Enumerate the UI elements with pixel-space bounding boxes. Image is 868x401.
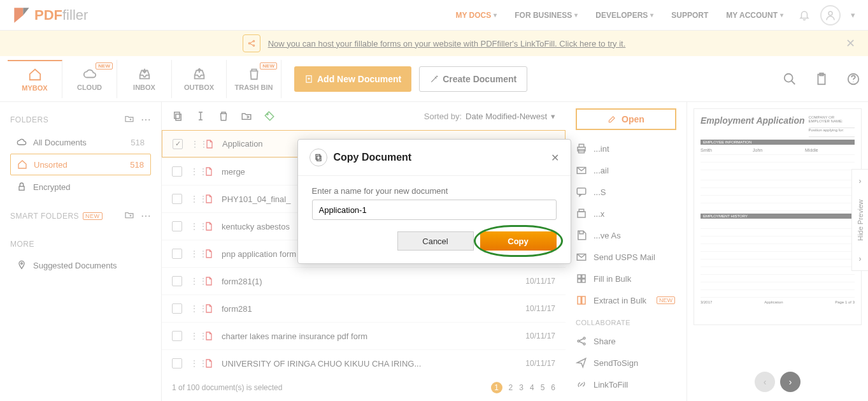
drag-handle-icon[interactable]: ⋮⋮ xyxy=(190,358,196,368)
action-usps[interactable]: Send USPS Mail xyxy=(576,246,676,268)
action-fill-bulk[interactable]: Fill in Bulk xyxy=(576,268,676,289)
action-sendtosign[interactable]: SendToSign xyxy=(576,352,676,374)
delete-icon[interactable] xyxy=(218,110,229,122)
page-number[interactable]: 6 xyxy=(551,383,555,392)
svg-point-29 xyxy=(583,337,585,339)
page-number[interactable]: 5 xyxy=(541,383,545,392)
sort-dropdown[interactable]: Sorted by: Date Modified-Newest ▾ xyxy=(424,112,555,121)
close-icon[interactable]: ✕ xyxy=(846,36,855,50)
inbox-icon xyxy=(138,67,152,81)
tab-outbox[interactable]: OUTBOX xyxy=(172,60,227,98)
document-name-input[interactable] xyxy=(312,200,557,220)
bell-icon[interactable] xyxy=(799,10,810,21)
share-icon[interactable] xyxy=(243,34,260,52)
drag-handle-icon[interactable]: ⋮⋮ xyxy=(190,139,197,149)
clipboard-icon[interactable] xyxy=(815,72,829,86)
drag-handle-icon[interactable]: ⋮⋮ xyxy=(190,166,196,177)
drag-handle-icon[interactable]: ⋮⋮ xyxy=(190,221,196,231)
actions-panel: Open ...int ...ail ...S ...x ...ve As Se… xyxy=(566,102,687,401)
more-icon[interactable]: ⋯ xyxy=(141,210,152,222)
banner-link[interactable]: Now you can host your fillable forms on … xyxy=(268,39,626,48)
copy-button[interactable]: Copy xyxy=(480,231,557,251)
folder-all-documents[interactable]: All Documents518 xyxy=(10,132,151,152)
new-folder-icon[interactable] xyxy=(124,210,134,220)
action-save-as[interactable]: ...ve As xyxy=(576,224,676,246)
nav-account[interactable]: MY ACCOUNT▾ xyxy=(726,11,783,20)
page-number[interactable]: 1 xyxy=(491,382,502,393)
close-icon[interactable]: ✕ xyxy=(551,152,559,164)
checkbox[interactable] xyxy=(172,249,182,259)
checkbox[interactable] xyxy=(172,331,182,341)
document-row[interactable]: ⋮⋮charter lakes marine insurance pdf for… xyxy=(162,322,566,349)
logo-text: PDFfiller xyxy=(34,7,88,24)
more-icon[interactable]: ⋯ xyxy=(141,113,152,126)
action-extract-bulk[interactable]: Extract in BulkNEW xyxy=(576,289,676,311)
drag-handle-icon[interactable]: ⋮⋮ xyxy=(190,331,196,341)
checkbox[interactable] xyxy=(172,194,182,204)
tab-cloud[interactable]: NEW CLOUD xyxy=(62,60,117,98)
pdf-icon xyxy=(204,194,214,204)
rename-icon[interactable] xyxy=(195,110,206,122)
svg-point-5 xyxy=(785,73,793,82)
pin-icon xyxy=(17,260,27,270)
next-button[interactable]: › xyxy=(780,372,800,392)
preview-title: Employment Application xyxy=(701,115,805,126)
drag-handle-icon[interactable]: ⋮⋮ xyxy=(190,194,196,204)
copy-icon[interactable] xyxy=(172,110,183,122)
nav-mydocs[interactable]: MY DOCS▾ xyxy=(455,11,497,20)
list-toolbar: Sorted by: Date Modified-Newest ▾ xyxy=(162,102,566,130)
tag-icon[interactable] xyxy=(264,110,275,122)
checkbox[interactable] xyxy=(172,358,182,368)
chevron-down-icon[interactable]: ▾ xyxy=(851,10,855,20)
tab-inbox[interactable]: INBOX xyxy=(117,60,172,98)
prev-button[interactable]: ‹ xyxy=(755,372,775,392)
action-linktofill[interactable]: LinkToFill xyxy=(576,374,676,395)
page-number[interactable]: 4 xyxy=(530,383,534,392)
suggested-documents[interactable]: Suggested Documents xyxy=(10,255,151,275)
nav-support[interactable]: SUPPORT xyxy=(671,11,708,20)
hide-preview-tab[interactable]: › Hide Preview › xyxy=(851,169,868,271)
action-sms[interactable]: ...S xyxy=(576,181,676,203)
top-icons: ▾ xyxy=(799,5,855,26)
move-icon[interactable] xyxy=(241,110,252,122)
document-preview[interactable]: Employment Application COMPANY OR EMPLOY… xyxy=(694,108,862,325)
drag-handle-icon[interactable]: ⋮⋮ xyxy=(190,276,196,286)
action-fax[interactable]: ...x xyxy=(576,203,676,224)
save-icon xyxy=(576,230,587,241)
cancel-button[interactable]: Cancel xyxy=(397,231,474,251)
checkbox[interactable] xyxy=(172,221,182,231)
action-email[interactable]: ...ail xyxy=(576,159,676,181)
logo[interactable]: PDFfiller xyxy=(13,6,88,24)
checkbox[interactable] xyxy=(173,139,183,149)
document-row[interactable]: ⋮⋮form28110/11/17 xyxy=(162,295,566,322)
create-document-button[interactable]: Create Document xyxy=(419,66,527,92)
open-button[interactable]: Open xyxy=(576,108,676,130)
drag-handle-icon[interactable]: ⋮⋮ xyxy=(190,249,196,259)
avatar[interactable] xyxy=(820,5,841,26)
action-buttons: Add New Document Create Document xyxy=(294,66,527,92)
action-print[interactable]: ...int xyxy=(576,138,676,159)
page-number[interactable]: 3 xyxy=(519,383,523,392)
tab-trash[interactable]: NEW TRASH BIN xyxy=(227,60,281,98)
checkbox[interactable] xyxy=(172,166,182,177)
search-icon[interactable] xyxy=(783,72,797,86)
drag-handle-icon[interactable]: ⋮⋮ xyxy=(190,303,196,314)
document-row[interactable]: ⋮⋮form281(1)10/11/17 xyxy=(162,267,566,295)
folder-encrypted[interactable]: Encrypted xyxy=(10,177,151,197)
action-share[interactable]: Share xyxy=(576,330,676,352)
tab-mybox[interactable]: MYBOX xyxy=(8,60,62,98)
page-number[interactable]: 2 xyxy=(509,383,513,392)
wand-icon xyxy=(430,75,439,84)
svg-point-3 xyxy=(253,45,254,46)
svg-point-13 xyxy=(267,113,268,115)
help-icon[interactable] xyxy=(846,72,860,86)
copy-icon xyxy=(309,149,327,166)
checkbox[interactable] xyxy=(172,276,182,286)
add-new-document-button[interactable]: Add New Document xyxy=(294,66,411,92)
new-folder-icon[interactable] xyxy=(124,113,134,124)
folder-unsorted[interactable]: Unsorted518 xyxy=(10,154,151,175)
nav-business[interactable]: FOR BUSINESS▾ xyxy=(515,11,578,20)
checkbox[interactable] xyxy=(172,303,182,314)
document-row[interactable]: ⋮⋮UNIVERSITY OF IRINGA CHUO KIKUU CHA IR… xyxy=(162,349,566,377)
nav-developers[interactable]: DEVELOPERS▾ xyxy=(595,11,653,20)
